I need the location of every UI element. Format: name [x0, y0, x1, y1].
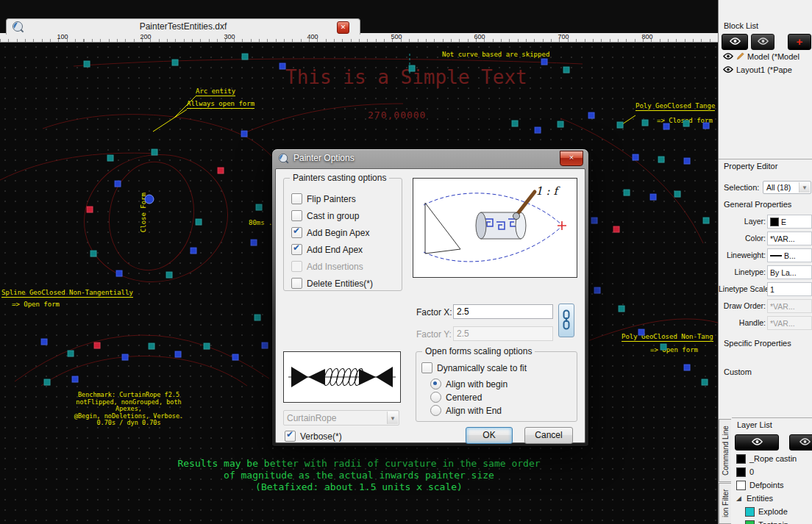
layer-row-entities[interactable]: ◢Entities	[732, 492, 812, 505]
property-value[interactable]: *VAR...	[767, 299, 812, 313]
property-value[interactable]: *VAR...	[767, 316, 812, 330]
entity-marker[interactable]	[613, 226, 620, 233]
entity-marker[interactable]	[624, 190, 630, 196]
dialog-close-button[interactable]: ×	[560, 151, 583, 166]
layer-color-swatch[interactable]	[745, 507, 755, 517]
layer-row-defpoints[interactable]: Defpoints	[732, 478, 812, 492]
entity-marker[interactable]	[619, 306, 625, 312]
checkbox-flip-painters[interactable]: Flip Painters	[291, 193, 356, 204]
expand-icon[interactable]: ◢	[736, 495, 743, 502]
entity-marker[interactable]	[535, 127, 541, 134]
entity-marker[interactable]	[166, 272, 173, 279]
entity-marker[interactable]	[87, 207, 93, 213]
entity-marker[interactable]	[232, 354, 239, 361]
entity-marker[interactable]	[703, 218, 710, 224]
tab-close-button[interactable]: ✕	[337, 21, 349, 34]
factor-x-input[interactable]	[453, 304, 553, 319]
cancel-button[interactable]: Cancel	[524, 427, 573, 444]
entity-marker[interactable]	[591, 218, 598, 224]
entity-marker[interactable]	[683, 121, 690, 127]
entity-marker[interactable]	[588, 112, 595, 119]
entity-marker[interactable]	[115, 181, 121, 187]
visibility-eye-icon[interactable]	[723, 65, 733, 74]
entity-marker[interactable]	[172, 60, 179, 66]
entity-marker[interactable]	[94, 342, 101, 349]
add-block-button[interactable]: +	[788, 34, 811, 50]
style-combo[interactable]: CurtainRope ▼	[283, 410, 399, 426]
layer-row-testpoin[interactable]: Testpoin	[732, 518, 812, 524]
entity-marker[interactable]	[72, 376, 79, 383]
entity-marker[interactable]	[617, 122, 624, 129]
entity-marker[interactable]	[149, 343, 155, 350]
verbose-checkbox[interactable]: Verbose(*)	[285, 431, 342, 442]
entity-marker[interactable]	[594, 287, 601, 294]
entity-marker[interactable]	[204, 343, 210, 350]
entity-marker[interactable]	[107, 155, 114, 162]
radio-centered[interactable]: Centered	[430, 392, 482, 403]
checkbox-cast-in-group[interactable]: Cast in group	[291, 210, 359, 221]
entity-marker[interactable]	[638, 329, 645, 336]
property-value[interactable]: E	[767, 215, 812, 229]
entity-marker[interactable]	[122, 354, 129, 361]
block-visibility-button[interactable]	[722, 34, 748, 50]
entity-marker[interactable]	[256, 204, 263, 211]
layer-color-swatch[interactable]	[736, 481, 746, 490]
entity-marker[interactable]	[279, 63, 286, 70]
entity-marker[interactable]	[218, 168, 224, 174]
checkbox-add-insertions[interactable]: Add Insertions	[291, 261, 363, 272]
entity-marker[interactable]	[116, 270, 123, 277]
entity-marker[interactable]	[241, 131, 248, 137]
entity-marker[interactable]	[703, 123, 710, 129]
layer-row-explode[interactable]: Explode	[732, 505, 812, 518]
entity-marker[interactable]	[633, 154, 639, 161]
radio-align-with-begin[interactable]: Align with begin	[430, 378, 508, 390]
entity-marker[interactable]	[658, 157, 665, 163]
entity-marker[interactable]	[84, 61, 90, 68]
entity-marker[interactable]	[409, 65, 416, 72]
entity-marker[interactable]	[674, 191, 681, 198]
document-tab[interactable]: PainterTestEntities.dxf ✕	[6, 18, 360, 35]
entity-marker[interactable]	[190, 248, 197, 254]
entity-marker[interactable]	[541, 59, 548, 65]
entity-marker[interactable]	[512, 121, 519, 127]
layer-color-swatch[interactable]	[745, 520, 755, 524]
property-value[interactable]: By La...	[767, 265, 812, 279]
entity-marker[interactable]	[152, 149, 158, 156]
entity-marker[interactable]	[242, 54, 249, 60]
ok-button[interactable]: OK	[466, 427, 513, 444]
side-tab-command-line[interactable]: Command Line	[719, 419, 731, 482]
checkbox-add-end-apex[interactable]: Add End Apex	[291, 244, 363, 255]
entity-marker[interactable]	[90, 251, 97, 257]
visibility-eye-icon[interactable]	[723, 52, 733, 61]
property-value[interactable]: *VAR...	[767, 232, 812, 245]
checkbox-dynamically-scale-to-fit[interactable]: Dynamically scale to fit	[421, 362, 527, 373]
lock-aspect-button[interactable]	[558, 304, 574, 337]
entity-marker[interactable]	[684, 158, 691, 165]
entity-marker[interactable]	[254, 315, 261, 321]
entity-marker[interactable]	[41, 339, 48, 345]
entity-marker[interactable]	[175, 351, 182, 358]
layer-visibility-button[interactable]	[735, 434, 779, 451]
factor-y-input[interactable]	[453, 326, 553, 341]
entity-marker[interactable]	[684, 365, 691, 371]
entity-marker[interactable]	[663, 123, 670, 130]
entity-marker[interactable]	[563, 67, 570, 73]
checkbox-delete-entities[interactable]: Delete Entities(*)	[291, 278, 373, 289]
entity-marker[interactable]	[196, 219, 202, 226]
entity-marker[interactable]	[262, 342, 268, 349]
block-row-layout1-pape[interactable]: Layout1 (*Pape	[719, 63, 812, 76]
entity-marker[interactable]	[642, 120, 649, 126]
block-row-model-model[interactable]: Model (*Model	[719, 50, 812, 63]
entity-circle-marker[interactable]	[145, 195, 154, 204]
layer-row-0[interactable]: 0	[732, 465, 812, 478]
entity-marker[interactable]	[702, 379, 708, 386]
layer-color-swatch[interactable]	[736, 467, 746, 477]
side-tab-ion-filter[interactable]: ion Filter	[719, 483, 731, 524]
layer-hide-button[interactable]	[789, 434, 812, 451]
selection-combo[interactable]: All (18) ▼	[763, 181, 811, 194]
property-value[interactable]: 1	[767, 282, 812, 296]
entity-marker[interactable]	[251, 240, 257, 246]
entity-marker[interactable]	[558, 121, 564, 128]
entity-marker[interactable]	[68, 351, 74, 357]
block-hide-button[interactable]	[751, 34, 774, 50]
